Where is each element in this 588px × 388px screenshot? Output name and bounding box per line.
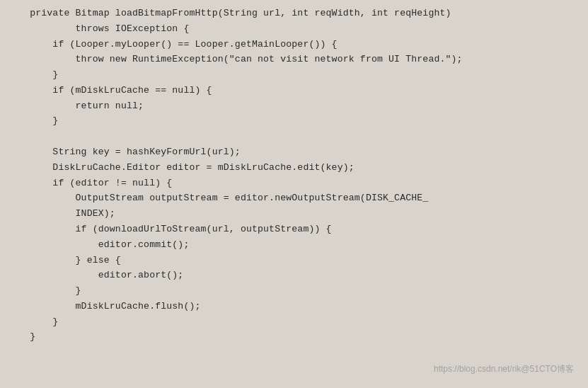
- code-line: if (editor != null) {: [0, 176, 588, 191]
- code-line: }: [0, 329, 588, 345]
- code-line: editor.abort();: [0, 268, 588, 283]
- watermark-text: https://blog.csdn.net/rik@51CTO博客: [434, 364, 574, 374]
- code-line: OutputStream outputStream = editor.newOu…: [0, 190, 588, 206]
- code-line: return null;: [0, 98, 588, 114]
- code-line: if (Looper.myLooper() == Looper.getMainL…: [0, 37, 588, 52]
- code-line: }: [0, 314, 588, 330]
- code-line: }: [0, 113, 588, 129]
- code-line: mDiskLruCache.flush();: [0, 299, 588, 314]
- code-line: private Bitmap loadBitmapFromHttp(String…: [0, 6, 588, 21]
- code-line: String key = hashKeyFormUrl(url);: [0, 144, 588, 160]
- code-line: DiskLruCache.Editor editor = mDiskLruCac…: [0, 160, 588, 176]
- code-line: [0, 129, 588, 144]
- code-line: throws IOException {: [0, 21, 588, 37]
- watermark: https://blog.csdn.net/rik@51CTO博客: [434, 363, 574, 375]
- code-container: private Bitmap loadBitmapFromHttp(String…: [0, 0, 588, 388]
- code-line: if (mDiskLruCache == null) {: [0, 83, 588, 98]
- code-block: private Bitmap loadBitmapFromHttp(String…: [0, 6, 588, 345]
- code-line: }: [0, 67, 588, 83]
- code-line: } else {: [0, 253, 588, 268]
- code-line: INDEX);: [0, 206, 588, 222]
- code-line: if (downloadUrlToStream(url, outputStrea…: [0, 222, 588, 237]
- code-line: editor.commit();: [0, 237, 588, 253]
- code-line: }: [0, 283, 588, 299]
- code-line: throw new RuntimeException("can not visi…: [0, 52, 588, 67]
